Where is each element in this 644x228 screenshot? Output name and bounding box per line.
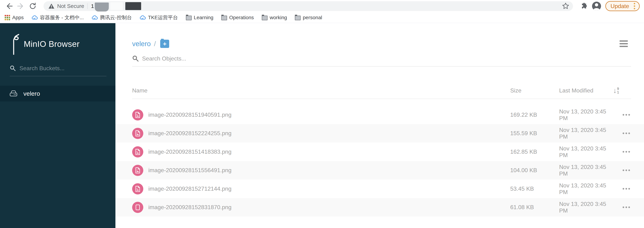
folder-icon: [295, 16, 300, 20]
bookmark-star-icon[interactable]: [562, 2, 570, 10]
column-header-size[interactable]: Size: [510, 87, 559, 94]
object-name[interactable]: image-20200928152224255.png: [148, 130, 232, 137]
extensions-button[interactable]: [579, 1, 588, 11]
bookmark-item[interactable]: 腾讯云-控制台: [92, 14, 132, 21]
url-text: 1: [91, 3, 94, 9]
object-size: 104.00 KB: [510, 167, 559, 174]
image-file-icon: [132, 109, 143, 120]
bookmark-folder[interactable]: Learning: [186, 15, 214, 20]
row-actions-button[interactable]: [613, 188, 631, 190]
bookmarks-bar: Apps 容器服务 - 文档中... 腾讯云-控制台 TKE运营平台 Learn…: [0, 12, 644, 23]
sort-numeric-desc-icon[interactable]: ↓ 9 1: [613, 87, 631, 94]
table-row[interactable]: image-20200928151556491.png 104.00 KB No…: [116, 161, 644, 180]
row-actions-button[interactable]: [613, 114, 631, 116]
object-modified: Nov 13, 2020 3:45 PM: [559, 108, 613, 122]
row-actions-button[interactable]: [613, 133, 631, 134]
object-search[interactable]: [132, 55, 631, 67]
apps-grid-icon: [5, 15, 10, 20]
object-name[interactable]: image-20200928151556491.png: [148, 167, 232, 174]
breadcrumb-separator: /: [154, 40, 156, 48]
bookmark-label: personal: [303, 15, 322, 20]
table-row[interactable]: image-20200928151940591.png 169.22 KB No…: [116, 106, 644, 124]
image-file-icon: [132, 183, 143, 195]
table-row[interactable]: image-20200928152224255.png 155.59 KB No…: [116, 124, 644, 143]
forward-icon: [17, 2, 25, 10]
breadcrumb: velero / +: [132, 40, 169, 48]
chrome-update-button[interactable]: Update: [605, 1, 640, 11]
omnibox-separator: [88, 3, 88, 9]
object-name[interactable]: image-20200928152712144.png: [148, 186, 232, 192]
object-size: 61.08 KB: [510, 204, 559, 211]
table-row[interactable]: image-20200928152712144.png 53.45 KB Nov…: [116, 180, 644, 198]
bookmark-folder[interactable]: working: [262, 15, 287, 20]
row-actions-button[interactable]: [613, 170, 631, 171]
breadcrumb-bucket-link[interactable]: velero: [132, 40, 151, 48]
object-name-cell: image-20200928152224255.png: [132, 128, 510, 139]
object-modified: Nov 13, 2020 3:45 PM: [559, 145, 613, 159]
bookmark-label: Operations: [229, 15, 254, 20]
object-size: 162.85 KB: [510, 149, 559, 155]
object-name-cell: image-20200928151940591.png: [132, 109, 510, 120]
table-row[interactable]: image-20200928152831870.png 61.08 KB Nov…: [116, 198, 644, 217]
bookmark-label: 腾讯云-控制台: [100, 14, 132, 21]
bookmark-item[interactable]: TKE运营平台: [140, 14, 178, 21]
menu-button[interactable]: [620, 40, 628, 47]
object-list: image-20200928151940591.png 169.22 KB No…: [116, 106, 644, 217]
object-name-cell: image-20200928151418383.png: [132, 146, 510, 157]
bucket-drive-icon: [9, 90, 18, 97]
reload-icon: [28, 2, 37, 10]
bookmark-apps[interactable]: Apps: [5, 15, 24, 20]
avatar-head: [595, 3, 598, 6]
address-bar[interactable]: Not Secure 1: [44, 1, 573, 11]
update-label: Update: [610, 3, 629, 9]
cloud-icon: [32, 15, 38, 20]
image-file-icon: [132, 128, 143, 139]
row-actions-button[interactable]: [613, 151, 631, 153]
image-file-icon: [132, 146, 143, 157]
back-button[interactable]: [4, 1, 14, 11]
object-modified: Nov 13, 2020 3:45 PM: [559, 201, 613, 214]
plain-file-icon: [132, 202, 143, 213]
object-name-cell: image-20200928151556491.png: [132, 165, 510, 176]
object-modified: Nov 13, 2020 3:45 PM: [559, 182, 613, 196]
url-redaction-block: [95, 2, 109, 11]
minio-logo: MinIO Browser: [8, 33, 80, 55]
column-header-modified[interactable]: Last Modified: [559, 87, 613, 94]
object-name-cell: image-20200928152831870.png: [132, 202, 510, 213]
table-header: Name Size Last Modified ↓ 9 1: [132, 82, 631, 99]
folder-icon: [186, 16, 192, 20]
avatar-body: [593, 8, 600, 10]
not-secure-warning-icon: [48, 3, 55, 9]
bookmark-label: working: [270, 15, 287, 20]
object-search-input[interactable]: [142, 55, 631, 62]
bookmark-folder[interactable]: Operations: [221, 15, 254, 20]
create-folder-button[interactable]: +: [160, 40, 169, 48]
hamburger-icon: [620, 40, 628, 42]
back-icon: [5, 2, 13, 10]
reload-button[interactable]: [28, 1, 38, 11]
bucket-search[interactable]: [10, 65, 106, 76]
sidebar-bucket-velero[interactable]: velero: [0, 86, 116, 101]
object-size: 169.22 KB: [510, 111, 559, 118]
image-file-icon: [132, 165, 143, 176]
profile-button[interactable]: [592, 1, 602, 11]
object-name-cell: image-20200928152712144.png: [132, 183, 510, 195]
table-row[interactable]: image-20200928151418383.png 162.85 KB No…: [116, 143, 644, 161]
avatar: [592, 1, 601, 10]
cloud-icon: [140, 15, 146, 20]
bookmark-folder[interactable]: personal: [295, 15, 322, 20]
object-name[interactable]: image-20200928152831870.png: [148, 204, 232, 211]
chrome-menu-icon[interactable]: [632, 3, 637, 9]
bucket-search-input[interactable]: [20, 65, 106, 72]
object-name[interactable]: image-20200928151418383.png: [148, 149, 232, 155]
bookmark-label: Learning: [194, 15, 214, 20]
main-content: velero / + Name Size Last Modified ↓ 9 1: [116, 23, 644, 228]
forward-button[interactable]: [16, 1, 26, 11]
url-redaction-block: [125, 2, 141, 10]
column-header-name[interactable]: Name: [132, 87, 510, 94]
row-actions-button[interactable]: [613, 207, 631, 208]
object-name[interactable]: image-20200928151940591.png: [148, 111, 232, 118]
bookmark-item[interactable]: 容器服务 - 文档中...: [32, 14, 84, 21]
browser-toolbar: Not Secure 1 Update: [0, 0, 644, 12]
object-modified: Nov 13, 2020 3:45 PM: [559, 127, 613, 140]
